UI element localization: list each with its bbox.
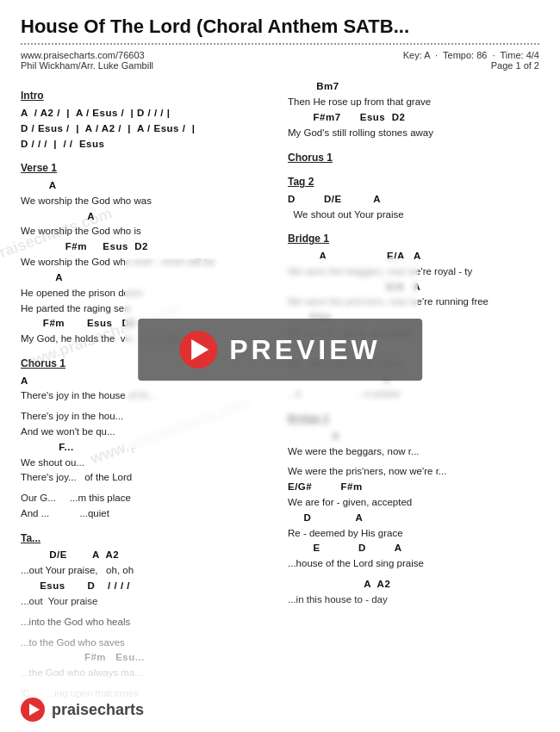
play-icon[interactable] — [179, 331, 217, 369]
section-label-chorus1-right: Chorus 1 — [288, 150, 539, 166]
section-label-intro: Intro — [21, 88, 272, 104]
chord: F#m7 Esus D2 — [288, 110, 539, 126]
chord: Esus D / / / / — [21, 579, 272, 594]
preview-banner[interactable]: PREVIEW — [138, 319, 422, 381]
lyric: We shout out Your praise — [288, 208, 539, 223]
lyric: Re - deemed by His grace — [288, 526, 539, 542]
lyric: ...out Your praise, oh, oh — [21, 563, 272, 579]
divider — [21, 43, 539, 45]
section-label-verse1: Verse 1 — [21, 160, 272, 177]
footer: praisecharts — [21, 698, 144, 722]
chord: E/G# F#m — [288, 480, 539, 495]
lyric: Our G... ...m this place — [21, 491, 272, 506]
chord: A — [21, 178, 272, 194]
meta-left: www.praisecharts.com/76603 Phil Wickham/… — [21, 50, 153, 71]
lyric: We are for - given, accepted — [288, 495, 539, 511]
page-num: Page 1 of 2 — [403, 60, 539, 71]
lyric: We were the pris'ners, now we're r... — [288, 464, 539, 480]
page-title: House Of The Lord (Choral Anthem SATB... — [21, 16, 539, 38]
chord: D D/E A — [288, 192, 539, 208]
chord: D / Esus / | A / A2 / | A / Esus / | — [21, 121, 272, 137]
chord: D/E A A2 — [21, 548, 272, 563]
tempo: Tempo: 86 — [443, 50, 487, 60]
preview-label: PREVIEW — [229, 334, 381, 366]
meta-right: Key: A · Tempo: 86 · Time: 4/4 Page 1 of… — [403, 50, 539, 71]
section-label-bridge1: Bridge 1 — [288, 231, 539, 247]
section-chorus1-right: Chorus 1 — [288, 150, 539, 166]
lyric: My God's still rolling stones away — [288, 126, 539, 141]
section-tag2: Tag 2 D D/E A We shout out Your praise — [288, 174, 539, 222]
chord: A — [21, 209, 272, 225]
lyric: We shout ou... — [21, 456, 272, 471]
chord: A A2 — [288, 577, 539, 592]
composer: Phil Wickham/Arr. Luke Gambill — [21, 60, 153, 71]
lyric: And ... ...quiet — [21, 506, 272, 522]
meta-row: www.praisecharts.com/76603 Phil Wickham/… — [21, 50, 539, 71]
chord: E D A — [288, 541, 539, 556]
key: Key: A — [403, 50, 430, 60]
lyric: ...house of the Lord sing praise — [288, 556, 539, 572]
footer-play-icon[interactable] — [21, 698, 45, 722]
key-tempo-time: Key: A · Tempo: 86 · Time: 4/4 — [403, 50, 539, 60]
time: Time: 4/4 — [501, 50, 539, 60]
chord: F#m Esus D2 — [21, 239, 272, 255]
chord: Bm7 — [288, 79, 539, 95]
page: House Of The Lord (Choral Anthem SATB...… — [0, 0, 560, 732]
chord: A / A2 / | A / Esus / | D / / / | — [21, 106, 272, 121]
lyric: Then He rose up from that grave — [288, 95, 539, 110]
section-pre-chorus: Bm7 Then He rose up from that grave F#m7… — [288, 79, 539, 140]
section-label-tag: Ta... — [21, 530, 272, 547]
section-intro: Intro A / A2 / | A / Esus / | D / / / | … — [21, 88, 272, 152]
lyric: We worship the God who is — [21, 224, 272, 239]
footer-brand: praisecharts — [52, 701, 144, 719]
header: House Of The Lord (Choral Anthem SATB...… — [0, 0, 560, 76]
url: www.praisecharts.com/76603 — [21, 50, 153, 60]
chord: D A — [288, 511, 539, 526]
lyric: There's joy... of the Lord — [21, 470, 272, 486]
chord: D / / / | / / Esus — [21, 137, 272, 152]
lyric: We worship the God who was — [21, 194, 272, 209]
section-label-tag2: Tag 2 — [288, 174, 539, 190]
